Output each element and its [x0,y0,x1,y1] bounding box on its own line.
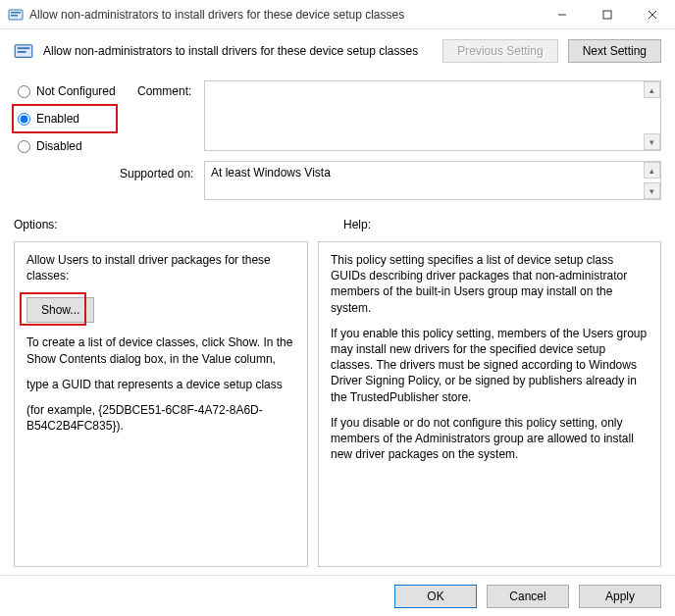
minimize-button[interactable] [540,0,585,29]
options-label: Options: [14,218,58,231]
window-title: Allow non-administrators to install driv… [29,8,540,22]
policy-icon [14,41,33,61]
svg-rect-8 [18,47,30,49]
radio-enabled[interactable]: Enabled [14,108,122,129]
svg-rect-9 [18,51,26,53]
policy-icon [8,7,24,23]
comment-label: Comment: [137,84,191,98]
scroll-up-icon[interactable]: ▴ [644,81,660,98]
radio-label: Disabled [36,139,82,153]
comment-textarea[interactable] [205,81,644,150]
svg-rect-2 [11,15,18,17]
help-text: This policy setting specifies a list of … [331,252,649,316]
options-text: type a GUID that represents a device set… [26,377,295,392]
scroll-down-icon[interactable]: ▾ [644,182,660,199]
radio-disabled[interactable]: Disabled [14,135,122,157]
previous-setting-button: Previous Setting [442,39,557,63]
radio-label: Enabled [36,112,79,126]
show-button[interactable]: Show... [26,297,94,323]
help-label: Help: [343,218,371,231]
apply-button[interactable]: Apply [579,585,661,608]
svg-rect-4 [603,11,611,19]
options-text: (for example, {25DBCE51-6C8F-4A72-8A6D-B… [26,402,295,434]
close-button[interactable] [630,0,675,29]
cancel-button[interactable]: Cancel [487,585,569,608]
policy-title: Allow non-administrators to install driv… [43,44,433,58]
state-radio-group: Not Configured Enabled Disabled [14,80,122,163]
scrollbar: ▴ ▾ [644,162,660,199]
help-panel: This policy setting specifies a list of … [318,241,661,567]
supported-value: At least Windows Vista [205,162,644,199]
titlebar: Allow non-administrators to install driv… [0,0,675,29]
comment-box: ▴ ▾ [204,80,661,151]
svg-rect-1 [11,12,21,14]
scrollbar: ▴ ▾ [644,81,660,150]
help-text: If you disable or do not configure this … [331,415,649,463]
options-text: Allow Users to install driver packages f… [26,252,295,283]
options-panel: Allow Users to install driver packages f… [14,241,308,567]
ok-button[interactable]: OK [394,585,477,608]
next-setting-button[interactable]: Next Setting [568,39,661,63]
help-text: If you enable this policy setting, membe… [331,326,649,405]
options-text: To create a list of device classes, clic… [26,334,295,366]
maximize-button[interactable] [585,0,630,29]
dialog-footer: OK Cancel Apply [0,575,675,616]
scroll-down-icon[interactable]: ▾ [644,133,660,150]
scroll-up-icon[interactable]: ▴ [644,162,660,179]
supported-box: At least Windows Vista ▴ ▾ [204,161,661,200]
supported-label: Supported on: [120,167,193,180]
radio-label: Not Configured [36,84,116,98]
radio-not-configured[interactable]: Not Configured [14,80,122,102]
header-row: Allow non-administrators to install driv… [0,29,675,75]
